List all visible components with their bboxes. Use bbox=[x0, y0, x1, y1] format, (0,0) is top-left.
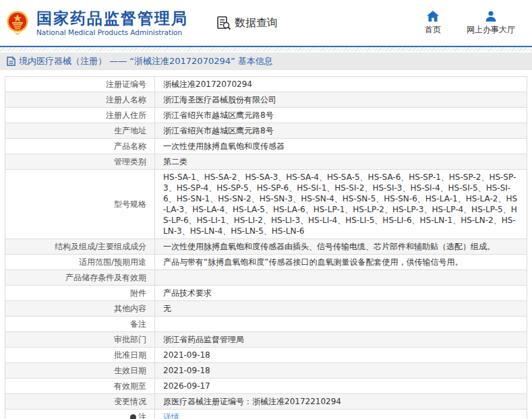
breadcrumb: 境内医疗器械（注册） —— “浙械注准20172070294” 基本信息 bbox=[0, 53, 532, 70]
table-row: 适用范围/预期用途产品与带有“脉搏血氧饱和度”传感器接口的血氧测量设备配套使用，… bbox=[5, 255, 527, 270]
site-header: 国家药品监督管理局 National Medical Products Admi… bbox=[0, 0, 532, 47]
row-value: 产品技术要求 bbox=[155, 286, 527, 301]
row-label-text: 审批部门 bbox=[114, 335, 146, 344]
table-row: 注册证编号浙械注准20172070294 bbox=[5, 77, 527, 92]
page-title: 境内医疗器械（注册） —— “浙械注准20172070294” 基本信息 bbox=[19, 55, 273, 67]
row-label-text: 有效期至 bbox=[114, 381, 146, 391]
table-row: 附件产品技术要求 bbox=[5, 286, 527, 301]
note-icon bbox=[130, 414, 136, 419]
table-row: 产品储存条件及有效期 bbox=[5, 270, 527, 286]
row-value: 2021-09-18 bbox=[155, 363, 527, 379]
row-label-text: 结构及组成/主要组成成分 bbox=[55, 242, 146, 251]
row-value: 2021-09-18 bbox=[155, 348, 527, 363]
table-row: 其他内容无 bbox=[5, 301, 527, 317]
table-row: 生产地址浙江省绍兴市越城区鹰元路8号 bbox=[5, 123, 527, 139]
nav-home[interactable]: 首页 bbox=[425, 11, 441, 36]
page: 国家药品监督管理局 National Medical Products Admi… bbox=[0, 0, 532, 419]
row-value: 浙江省绍兴市越城区鹰元路8号 bbox=[155, 108, 527, 123]
table-row: 产品名称一次性使用脉搏血氧饱和度传感器 bbox=[5, 139, 527, 154]
row-label: 备注 bbox=[5, 317, 155, 332]
row-label-text: 备注 bbox=[130, 319, 146, 329]
table-row: 有效期至2026-09-17 bbox=[5, 379, 527, 394]
row-label: 附件 bbox=[5, 286, 155, 301]
table-row: 注册人名称浙江海圣医疗器械股份有限公司 bbox=[5, 92, 527, 108]
row-label-text: 生产地址 bbox=[114, 126, 146, 135]
row-value: 原医疗器械注册证编号：浙械注准20172210294 bbox=[155, 394, 527, 410]
row-label-text: 其他内容 bbox=[114, 304, 146, 313]
nav-service-hall[interactable]: 网上办事大厅 bbox=[467, 11, 515, 36]
row-value: 无 bbox=[155, 301, 527, 317]
user-icon bbox=[485, 11, 497, 22]
row-value: 一次性使用脉搏血氧饱和度传感器 bbox=[155, 139, 527, 154]
detail-link[interactable]: 详情 bbox=[163, 412, 179, 419]
home-icon bbox=[427, 11, 439, 22]
table-row: 注册人住所浙江省绍兴市越城区鹰元路8号 bbox=[5, 108, 527, 123]
row-label: 批准日期 bbox=[5, 348, 155, 363]
row-label: 产品储存条件及有效期 bbox=[5, 270, 155, 286]
row-value: 浙江省药品监督管理局 bbox=[155, 332, 527, 348]
row-label: 结构及组成/主要组成成分 bbox=[5, 239, 155, 255]
row-label: 适用范围/预期用途 bbox=[5, 255, 155, 270]
row-label-text: 型号规格 bbox=[114, 199, 146, 209]
row-value: 浙江省绍兴市越城区鹰元路8号 bbox=[155, 123, 527, 139]
row-value: 一次性使用脉搏血氧饱和度传感器由插头、信号传输电缆、芯片部件和辅助贴（选配）组成… bbox=[155, 239, 527, 255]
data-query-icon bbox=[216, 15, 231, 30]
data-query-label: 数据查询 bbox=[235, 16, 278, 30]
header-nav: 首页 网上办事大厅 bbox=[425, 11, 515, 36]
row-label: 其他内容 bbox=[5, 301, 155, 317]
row-label-text: 产品名称 bbox=[114, 141, 146, 151]
row-label: 注 bbox=[5, 410, 155, 419]
row-label: 有效期至 bbox=[5, 379, 155, 394]
row-label: 生效日期 bbox=[5, 363, 155, 379]
row-label: 注册证编号 bbox=[5, 77, 155, 92]
row-label: 型号规格 bbox=[5, 170, 155, 239]
nav-data-query[interactable]: 数据查询 bbox=[216, 15, 278, 30]
row-label: 产品名称 bbox=[5, 139, 155, 154]
row-label: 管理类别 bbox=[5, 154, 155, 170]
nav-hall-label: 网上办事大厅 bbox=[467, 24, 515, 36]
row-label-text: 批准日期 bbox=[114, 350, 146, 360]
row-label-text: 附件 bbox=[130, 288, 146, 298]
table-row: 批准日期2021-09-18 bbox=[5, 348, 527, 363]
row-value: 详情 bbox=[155, 410, 527, 419]
row-label: 生产地址 bbox=[5, 123, 155, 139]
row-value: 浙械注准20172070294 bbox=[155, 77, 527, 92]
table-row: 生效日期2021-09-18 bbox=[5, 363, 527, 379]
org-name-en: National Medical Products Administration bbox=[36, 28, 188, 36]
document-icon bbox=[7, 57, 16, 66]
nav-home-label: 首页 bbox=[425, 24, 441, 36]
row-label: 审批部门 bbox=[5, 332, 155, 348]
table-row: 注详情 bbox=[5, 410, 527, 419]
table-row: 审批部门浙江省药品监督管理局 bbox=[5, 332, 527, 348]
org-name-cn: 国家药品监督管理局 bbox=[36, 9, 188, 27]
row-value: HS-SA-1、HS-SA-2、HS-SA-3、HS-SA-4、HS-SA-5、… bbox=[155, 170, 527, 239]
row-label: 注册人名称 bbox=[5, 92, 155, 108]
row-value bbox=[155, 317, 527, 332]
row-label-text: 生效日期 bbox=[114, 366, 146, 375]
row-label-text: 注 bbox=[138, 412, 146, 419]
table-row: 结构及组成/主要组成成分一次性使用脉搏血氧饱和度传感器由插头、信号传输电缆、芯片… bbox=[5, 239, 527, 255]
header-hatch-divider bbox=[0, 47, 532, 51]
table-row: 变更情况原医疗器械注册证编号：浙械注准20172210294 bbox=[5, 394, 527, 410]
row-label-text: 注册证编号 bbox=[106, 79, 146, 89]
brand-text: 国家药品监督管理局 National Medical Products Admi… bbox=[36, 9, 188, 36]
row-value bbox=[155, 270, 527, 286]
row-label-text: 注册人名称 bbox=[106, 95, 146, 104]
row-value: 2026-09-17 bbox=[155, 379, 527, 394]
row-label: 变更情况 bbox=[5, 394, 155, 410]
row-label-text: 变更情况 bbox=[114, 397, 146, 406]
nmpa-emblem-logo bbox=[7, 10, 28, 36]
row-label-text: 注册人住所 bbox=[106, 110, 146, 120]
registration-info-table: 注册证编号浙械注准20172070294注册人名称浙江海圣医疗器械股份有限公司注… bbox=[5, 76, 527, 419]
table-row: 备注 bbox=[5, 317, 527, 332]
row-label: 注册人住所 bbox=[5, 108, 155, 123]
row-label-text: 管理类别 bbox=[114, 157, 146, 166]
row-value: 产品与带有“脉搏血氧饱和度”传感器接口的血氧测量设备配套使用，供传输信号用。 bbox=[155, 255, 527, 270]
table-row: 型号规格HS-SA-1、HS-SA-2、HS-SA-3、HS-SA-4、HS-S… bbox=[5, 170, 527, 239]
row-label-text: 适用范围/预期用途 bbox=[79, 257, 146, 267]
row-value: 浙江海圣医疗器械股份有限公司 bbox=[155, 92, 527, 108]
row-label-text: 产品储存条件及有效期 bbox=[65, 273, 146, 282]
table-row: 管理类别第二类 bbox=[5, 154, 527, 170]
row-value: 第二类 bbox=[155, 154, 527, 170]
brand: 国家药品监督管理局 National Medical Products Admi… bbox=[7, 9, 188, 36]
